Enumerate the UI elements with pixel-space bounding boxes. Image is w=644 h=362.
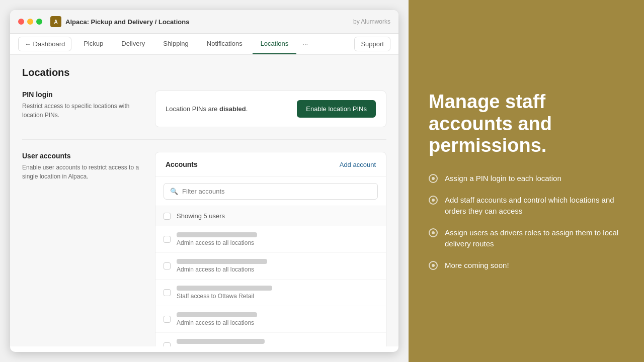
accounts-card: Accounts Add account 🔍 Showing 5: [155, 152, 386, 346]
feature-bullet-icon: [429, 174, 438, 183]
account-name-bar: [177, 286, 272, 291]
showing-label: Showing 5 users: [177, 212, 225, 220]
account-checkbox[interactable]: [164, 342, 171, 346]
table-row: Staff access to Ottawa Retail: [155, 280, 386, 306]
select-all-checkbox[interactable]: [164, 213, 171, 220]
tab-delivery[interactable]: Delivery: [113, 34, 153, 54]
enable-location-pins-button[interactable]: Enable location PINs: [297, 100, 376, 118]
account-name-bar: [177, 259, 267, 264]
breadcrumb: Alpaca: Pickup and Delivery / Locations: [65, 18, 189, 26]
table-row: Showing 5 users: [155, 206, 386, 226]
account-list: Showing 5 users Admin access to all loca…: [155, 206, 386, 346]
list-item: Add staff accounts and control which loc…: [429, 195, 624, 217]
table-row: Admin access to all locations: [155, 306, 386, 333]
account-role: Admin access to all locations: [177, 319, 378, 326]
search-box: 🔍: [164, 183, 378, 200]
account-name-bar: [177, 339, 265, 344]
user-accounts-section: User accounts Enable user accounts to re…: [22, 152, 386, 346]
list-item: Assign users as drivers roles to assign …: [429, 227, 624, 250]
feature-bullet-icon: [429, 228, 438, 237]
window: A Alpaca: Pickup and Delivery / Location…: [10, 10, 398, 352]
feature-text: Assign a PIN login to each location: [445, 173, 561, 185]
account-role: Admin access to all locations: [177, 346, 378, 346]
search-container: 🔍: [155, 177, 386, 206]
feature-text: Add staff accounts and control which loc…: [445, 195, 624, 217]
search-input[interactable]: [182, 188, 371, 195]
main-content: Locations PIN login Restrict access to s…: [10, 55, 398, 346]
account-checkbox[interactable]: [164, 316, 171, 323]
nav-bar: ← Dashboard Pickup Delivery Shipping Not…: [10, 34, 398, 55]
title-bar: A Alpaca: Pickup and Delivery / Location…: [10, 10, 398, 34]
pin-login-description: Restrict access to specific locations wi…: [22, 102, 143, 120]
add-account-link[interactable]: Add account: [340, 161, 376, 168]
promo-title: Manage staff accounts and permissions.: [429, 91, 624, 157]
by-alumworks: by Alumworks: [353, 18, 390, 25]
pin-status-card: Location PINs are disabled. Enable locat…: [155, 90, 386, 127]
account-checkbox[interactable]: [164, 262, 171, 269]
feature-text: More coming soon!: [445, 260, 509, 272]
account-name-bar: [177, 312, 257, 317]
accounts-header: Accounts Add account: [155, 152, 386, 177]
feature-bullet-icon: [429, 261, 438, 270]
traffic-lights: [18, 19, 42, 25]
tab-pickup[interactable]: Pickup: [75, 34, 111, 54]
table-row: Admin access to all locations: [155, 333, 386, 346]
tab-dashboard[interactable]: ← Dashboard: [18, 37, 71, 51]
pin-login-content: Location PINs are disabled. Enable locat…: [155, 90, 386, 127]
minimize-button[interactable]: [27, 19, 33, 25]
user-accounts-label: User accounts Enable user accounts to re…: [22, 152, 143, 346]
feature-bullet-icon: [429, 196, 438, 205]
account-checkbox[interactable]: [164, 236, 171, 243]
search-icon: 🔍: [170, 188, 178, 195]
user-accounts-heading: User accounts: [22, 152, 143, 160]
user-accounts-description: Enable user accounts to restrict access …: [22, 163, 143, 181]
account-info: Staff access to Ottawa Retail: [177, 286, 378, 300]
nav-more-dots[interactable]: ···: [298, 36, 312, 52]
account-info: Admin access to all locations: [177, 339, 378, 346]
table-row: Admin access to all locations: [155, 253, 386, 280]
feature-list: Assign a PIN login to each location Add …: [429, 173, 624, 271]
pin-login-label: PIN login Restrict access to specific lo…: [22, 90, 143, 127]
table-row: Admin access to all locations: [155, 226, 386, 253]
account-role: Admin access to all locations: [177, 239, 378, 246]
tab-locations[interactable]: Locations: [253, 34, 297, 54]
tab-shipping[interactable]: Shipping: [155, 34, 197, 54]
pin-login-section: PIN login Restrict access to specific lo…: [22, 90, 386, 140]
account-role: Admin access to all locations: [177, 266, 378, 273]
account-info: Admin access to all locations: [177, 259, 378, 273]
account-info: Admin access to all locations: [177, 312, 378, 326]
maximize-button[interactable]: [36, 19, 42, 25]
list-item: Assign a PIN login to each location: [429, 173, 624, 185]
account-name-bar: [177, 232, 257, 237]
app-logo: A: [50, 16, 61, 27]
account-checkbox[interactable]: [164, 289, 171, 296]
page-title: Locations: [22, 67, 386, 78]
accounts-title: Accounts: [166, 160, 198, 168]
right-panel: Manage staff accounts and permissions. A…: [409, 0, 644, 362]
account-info: Admin access to all locations: [177, 232, 378, 246]
account-role: Staff access to Ottawa Retail: [177, 293, 378, 300]
close-button[interactable]: [18, 19, 24, 25]
tab-notifications[interactable]: Notifications: [199, 34, 251, 54]
tab-support[interactable]: Support: [354, 37, 390, 51]
pin-login-heading: PIN login: [22, 90, 143, 99]
feature-text: Assign users as drivers roles to assign …: [445, 227, 624, 250]
app-panel: A Alpaca: Pickup and Delivery / Location…: [0, 0, 409, 362]
list-item: More coming soon!: [429, 260, 624, 272]
pin-status-text: Location PINs are disabled.: [166, 105, 248, 113]
